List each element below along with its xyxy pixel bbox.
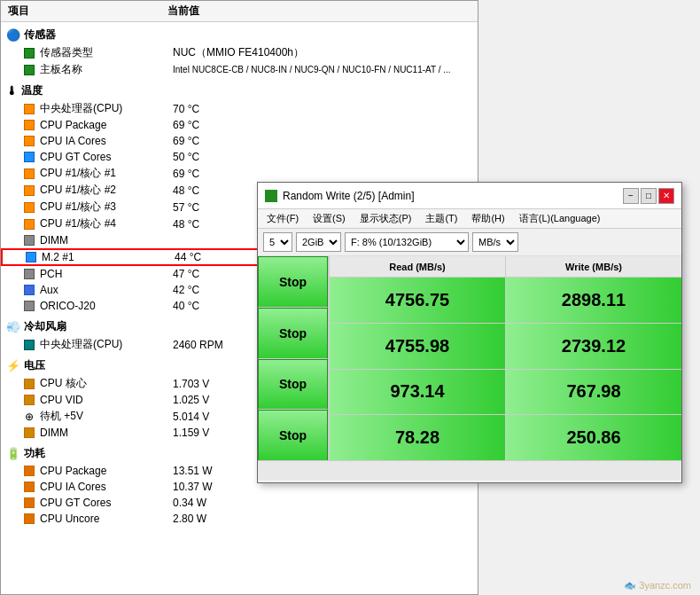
dimm-icon [22, 234, 36, 247]
row3-read: 973.14 [329, 370, 505, 415]
cpu-vid-icon [22, 394, 36, 406]
menu-language[interactable]: 语言(L)(Language) [516, 211, 604, 226]
mobo-name-label: 主板名称 [40, 62, 173, 77]
cpu-temp-icon [22, 103, 36, 115]
temp-section-header: 🌡 温度 [1, 82, 478, 100]
cpu-core4-icon [22, 218, 36, 231]
row1-write: 2898.11 [505, 278, 681, 323]
dimm-volt-icon [22, 427, 36, 439]
sensor-type-icon [22, 47, 36, 59]
cpu-ia-row: CPU IA Cores 69 °C [1, 133, 478, 149]
maximize-button[interactable]: □ [641, 188, 657, 204]
cpu-vid-value: 1.025 V [173, 394, 209, 406]
watermark-logo: 🐟 [624, 580, 639, 591]
row4-read: 78.28 [329, 415, 505, 460]
unit-select[interactable]: MB/s [472, 232, 518, 252]
cdm-stop-column: Stop Stop Stop Stop [258, 256, 329, 460]
data-row-2: 4755.98 2739.12 [329, 324, 681, 370]
menu-help[interactable]: 帮助(H) [468, 211, 508, 226]
watermark: 🐟 3yanzc.com [624, 580, 691, 591]
cpu-ia-power-icon [22, 481, 36, 493]
cdm-data-area: Read (MB/s) Write (MB/s) 4756.75 2898.11… [329, 256, 681, 460]
stop-btn-4[interactable]: Stop [258, 410, 328, 460]
menu-settings[interactable]: 设置(S) [309, 211, 349, 226]
sensor-type-label: 传感器类型 [40, 45, 173, 60]
dimm-label: DIMM [40, 234, 173, 247]
count-select[interactable]: 5 [263, 232, 292, 252]
cpu-fan-icon [22, 339, 36, 351]
temp-section-label: 温度 [21, 83, 43, 98]
sensor-section-header: 🔵 传感器 [1, 26, 478, 44]
aux-label: Aux [40, 284, 173, 296]
menu-file[interactable]: 文件(F) [263, 211, 302, 226]
power-section-label: 功耗 [24, 446, 45, 461]
pch-label: PCH [40, 268, 173, 280]
pch-value: 47 °C [173, 268, 199, 280]
cdm-col-headers: Read (MB/s) Write (MB/s) [329, 256, 681, 278]
cpu-fan-label: 中央处理器(CPU) [40, 337, 173, 352]
fan-group-icon: 💨 [6, 320, 20, 333]
m2-value: 44 °C [175, 251, 201, 263]
cpu-temp-label: 中央处理器(CPU) [40, 101, 173, 116]
mobo-icon [22, 64, 36, 76]
cpu-gt-value: 50 °C [173, 151, 199, 163]
cpu-ia-power-value: 10.37 W [173, 481, 213, 493]
cpu-ia-power-label: CPU IA Cores [40, 481, 173, 493]
menu-theme[interactable]: 主题(T) [422, 211, 461, 226]
standby5v-icon: ⊕ [22, 411, 36, 423]
cpu-core1-row: CPU #1/核心 #1 69 °C [1, 165, 478, 182]
cpu-core4-label: CPU #1/核心 #4 [40, 216, 173, 231]
volt-group-icon: ⚡ [6, 359, 20, 372]
cpu-core2-label: CPU #1/核心 #2 [40, 183, 173, 198]
menu-display[interactable]: 显示状态(P) [356, 211, 416, 226]
cdm-app-icon [265, 190, 277, 202]
m2-label: M.2 #1 [42, 251, 175, 263]
orico-value: 40 °C [173, 300, 199, 312]
dimm-volt-value: 1.159 V [173, 427, 209, 439]
cdm-titlebar: Random Write (2/5) [Admin] − □ ✕ [258, 183, 681, 209]
cdm-statusbar [258, 460, 681, 480]
cpu-uncore-power-row: CPU Uncore 2.80 W [1, 511, 478, 527]
cpu-core2-value: 48 °C [173, 184, 199, 197]
cpu-gt-icon [22, 151, 36, 163]
cpu-uncore-power-icon [22, 513, 36, 525]
cdm-title: Random Write (2/5) [Admin] [283, 190, 623, 202]
cpu-core-volt-value: 1.703 V [173, 378, 209, 390]
minimize-button[interactable]: − [623, 188, 639, 204]
cpu-core4-value: 48 °C [173, 218, 199, 231]
cpu-core-volt-label: CPU 核心 [40, 376, 173, 391]
cpu-uncore-power-value: 2.80 W [173, 513, 206, 525]
m2-icon [24, 251, 38, 263]
col-write-header: Write (MB/s) [505, 256, 681, 277]
close-button[interactable]: ✕ [658, 188, 674, 204]
mobo-name-row: 主板名称 Intel NUC8CE-CB / NUC8-IN / NUC9-QN… [1, 61, 478, 78]
cpu-core3-value: 57 °C [173, 201, 199, 214]
cpu-temp-value: 70 °C [173, 103, 199, 115]
orico-icon [22, 300, 36, 312]
row2-write: 2739.12 [505, 324, 681, 369]
cpu-core2-icon [22, 184, 36, 197]
cpu-gt-power-row: CPU GT Cores 0.34 W [1, 495, 478, 511]
sensor-type-value: NUC（MMIO FE410400h） [173, 45, 304, 60]
row2-read: 4755.98 [329, 324, 505, 369]
cpu-ia-label: CPU IA Cores [40, 135, 173, 147]
cpu-fan-value: 2460 RPM [173, 339, 223, 351]
aux-icon [22, 284, 36, 296]
size-select[interactable]: 2GiB [296, 232, 341, 252]
orico-label: ORICO-J20 [40, 300, 173, 312]
cpu-pkg-power-icon [22, 465, 36, 477]
stop-btn-2[interactable]: Stop [258, 308, 328, 359]
cpu-core-volt-icon [22, 378, 36, 390]
watermark-text: 3yanzc.com [639, 580, 691, 591]
temp-group-icon: 🌡 [6, 84, 18, 98]
stop-btn-3[interactable]: Stop [258, 359, 328, 411]
cpu-gt-power-label: CPU GT Cores [40, 497, 173, 509]
data-row-3: 973.14 767.98 [329, 370, 681, 416]
drive-select[interactable]: F: 8% (10/132GiB) [345, 232, 469, 252]
stop-btn-1[interactable]: Stop [258, 256, 328, 308]
cpu-core3-icon [22, 201, 36, 214]
col-item-header: 项目 [8, 4, 167, 19]
cpu-ia-value: 69 °C [173, 135, 199, 147]
cpu-pkg-power-label: CPU Package [40, 465, 173, 477]
cdm-window-buttons: − □ ✕ [623, 188, 674, 204]
